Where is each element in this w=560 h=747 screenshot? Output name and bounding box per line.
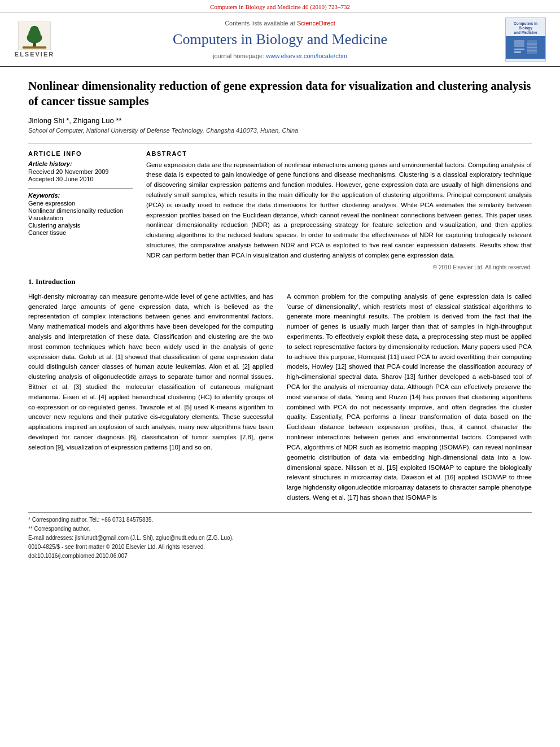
intro-right-text: A common problem for the computing analy… [287,292,532,503]
sciencedirect-link[interactable]: ScienceDirect [297,20,335,27]
cover-image [506,36,545,59]
journal-header: ELSEVIER Contents lists available at Sci… [0,13,560,67]
svg-rect-9 [514,51,521,53]
page: Computers in Biology and Medicine 40 (20… [0,0,560,747]
homepage-label: journal homepage: [213,53,264,59]
footnote-2: ** Corresponding author. [28,525,532,533]
intro-section-number: 1. [28,277,34,286]
journal-ref-bar: Computers in Biology and Medicine 40 (20… [0,0,560,13]
footnote-4: 0010-4825/$ - see front matter © 2010 El… [28,543,532,551]
journal-title: Computers in Biology and Medicine [173,31,387,48]
intro-left-text: High-density microarray can measure geno… [28,292,273,453]
footnotes-section: * Corresponding author. Tel.: +86 0731 8… [28,512,532,560]
elsevier-logo-area: ELSEVIER [9,18,60,62]
article-info-column: Article Info Article history: Received 2… [28,150,133,270]
contents-label: Contents lists available at [225,20,295,27]
abstract-heading: Abstract [146,150,532,157]
keyword-3: Visualization [28,215,133,221]
journal-title-area: Contents lists available at ScienceDirec… [65,18,495,62]
accepted-date: Accepted 30 June 2010 [28,176,133,182]
intro-col-right: A common problem for the computing analy… [287,292,532,506]
elsevier-wordmark: ELSEVIER [15,51,54,58]
article-info-heading: Article Info [28,150,133,157]
elsevier-logo: ELSEVIER [15,21,54,58]
journal-cover-area: Computers in Biologyand Medicine [500,18,551,62]
affiliation: School of Computer, National University … [28,127,532,134]
svg-rect-5 [23,46,46,49]
keywords-section: Keywords: Gene expression Nonlinear dime… [28,188,133,236]
keyword-5: Cancer tissue [28,229,133,236]
sciencedirect-text: ScienceDirect [297,20,335,27]
svg-rect-8 [514,49,524,50]
footnote-3: E-mail addresses: jlshi.nudt@gmail.com (… [28,534,532,542]
article-title: Nonlinear dimensionality reduction of ge… [28,78,532,110]
keyword-1: Gene expression [28,200,133,207]
authors: Jinlong Shi *, Zhigang Luo ** [28,116,532,125]
abstract-column: Abstract Gene expression data are the re… [146,150,532,270]
svg-rect-10 [527,40,537,54]
homepage-url[interactable]: www.elsevier.com/locate/cbm [266,53,347,59]
contents-line: Contents lists available at ScienceDirec… [225,20,335,27]
introduction-section: 1. Introduction High-density microarray … [28,277,532,506]
article-info-abstract-section: Article Info Article history: Received 2… [28,143,532,270]
journal-ref-text: Computers in Biology and Medicine 40 (20… [210,3,350,10]
keyword-4: Clustering analysis [28,222,133,229]
intro-section-heading: Introduction [36,277,76,286]
intro-body-columns: High-density microarray can measure geno… [28,292,532,506]
keywords-label: Keywords: [28,192,133,199]
intro-section-title: 1. Introduction [28,277,532,286]
history-label: Article history: [28,160,133,167]
cover-title: Computers in Biologyand Medicine [506,20,545,34]
homepage-line: journal homepage: www.elsevier.com/locat… [213,53,347,59]
copyright-line: © 2010 Elsevier Ltd. All rights reserved… [146,264,532,270]
article-content: Nonlinear dimensionality reduction of ge… [0,67,560,573]
abstract-text: Gene expression data are the representat… [146,160,532,261]
elsevier-tree-icon [18,21,51,50]
footnote-1: * Corresponding author. Tel.: +86 0731 8… [28,516,532,524]
footnote-5: doi:10.1016/j.compbiomed.2010.06.007 [28,552,532,560]
svg-rect-7 [514,40,524,47]
intro-col-left: High-density microarray can measure geno… [28,292,273,506]
journal-cover-thumbnail: Computers in Biologyand Medicine [505,18,546,62]
keyword-2: Nonlinear dimensionality reduction [28,207,133,214]
received-date: Received 20 November 2009 [28,168,133,175]
svg-point-4 [30,26,38,33]
